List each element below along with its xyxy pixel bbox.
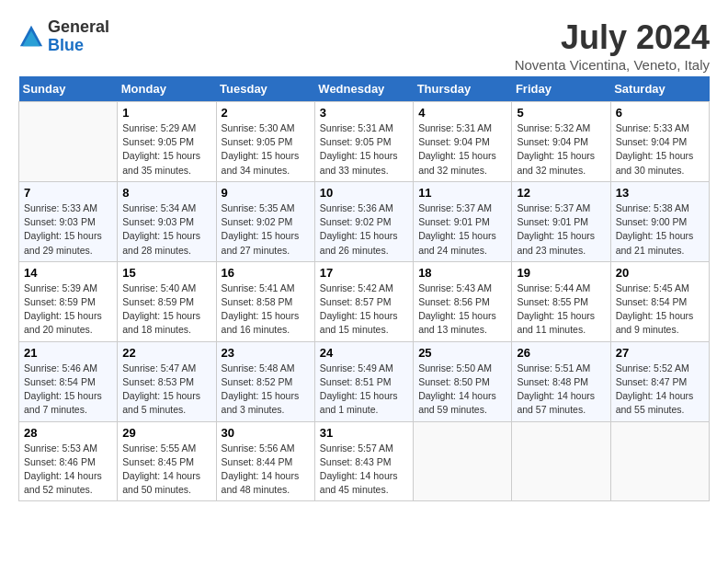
day-info: Sunrise: 5:42 AM Sunset: 8:57 PM Dayligh… bbox=[320, 282, 408, 338]
day-number: 22 bbox=[122, 346, 210, 360]
day-number: 2 bbox=[222, 106, 310, 120]
calendar-table: Sunday Monday Tuesday Wednesday Thursday… bbox=[18, 76, 710, 501]
day-info: Sunrise: 5:57 AM Sunset: 8:43 PM Dayligh… bbox=[320, 442, 408, 498]
day-number: 11 bbox=[418, 186, 506, 200]
day-info: Sunrise: 5:37 AM Sunset: 9:01 PM Dayligh… bbox=[418, 201, 506, 258]
page-header: General Blue July 2024 Noventa Vicentina… bbox=[18, 18, 710, 73]
day-info: Sunrise: 5:31 AM Sunset: 9:05 PM Dayligh… bbox=[320, 121, 408, 178]
week-row-1: 1Sunrise: 5:29 AM Sunset: 9:05 PM Daylig… bbox=[19, 102, 710, 182]
day-info: Sunrise: 5:49 AM Sunset: 8:51 PM Dayligh… bbox=[320, 362, 408, 418]
day-info: Sunrise: 5:31 AM Sunset: 9:04 PM Dayligh… bbox=[418, 121, 506, 178]
logo-text: General Blue bbox=[48, 18, 109, 55]
day-info: Sunrise: 5:33 AM Sunset: 9:03 PM Dayligh… bbox=[24, 201, 112, 258]
logo-icon bbox=[18, 24, 44, 50]
day-number: 4 bbox=[418, 106, 506, 120]
day-number: 23 bbox=[222, 346, 310, 360]
col-thursday: Thursday bbox=[414, 76, 512, 102]
logo: General Blue bbox=[18, 18, 109, 55]
day-info: Sunrise: 5:37 AM Sunset: 9:01 PM Dayligh… bbox=[517, 201, 605, 258]
month-year: July 2024 bbox=[515, 18, 710, 57]
day-info: Sunrise: 5:40 AM Sunset: 8:59 PM Dayligh… bbox=[122, 282, 210, 338]
day-cell bbox=[19, 102, 118, 182]
day-info: Sunrise: 5:56 AM Sunset: 8:44 PM Dayligh… bbox=[222, 442, 310, 498]
day-info: Sunrise: 5:30 AM Sunset: 9:05 PM Dayligh… bbox=[222, 121, 310, 178]
day-cell: 16Sunrise: 5:41 AM Sunset: 8:58 PM Dayli… bbox=[216, 261, 314, 341]
day-cell: 4Sunrise: 5:31 AM Sunset: 9:04 PM Daylig… bbox=[414, 102, 512, 182]
day-number: 26 bbox=[517, 346, 605, 360]
header-row: Sunday Monday Tuesday Wednesday Thursday… bbox=[19, 76, 710, 102]
day-info: Sunrise: 5:51 AM Sunset: 8:48 PM Dayligh… bbox=[517, 362, 605, 418]
day-cell: 19Sunrise: 5:44 AM Sunset: 8:55 PM Dayli… bbox=[512, 261, 610, 341]
day-cell bbox=[414, 421, 512, 501]
day-cell: 3Sunrise: 5:31 AM Sunset: 9:05 PM Daylig… bbox=[314, 102, 413, 182]
day-info: Sunrise: 5:47 AM Sunset: 8:53 PM Dayligh… bbox=[122, 362, 210, 418]
day-cell: 26Sunrise: 5:51 AM Sunset: 8:48 PM Dayli… bbox=[512, 341, 610, 421]
day-number: 30 bbox=[222, 426, 310, 440]
day-number: 27 bbox=[616, 346, 704, 360]
day-number: 25 bbox=[418, 346, 506, 360]
col-sunday: Sunday bbox=[19, 76, 118, 102]
day-number: 18 bbox=[418, 266, 506, 280]
day-number: 5 bbox=[517, 106, 605, 120]
day-cell: 27Sunrise: 5:52 AM Sunset: 8:47 PM Dayli… bbox=[610, 341, 709, 421]
day-cell: 9Sunrise: 5:35 AM Sunset: 9:02 PM Daylig… bbox=[216, 181, 314, 261]
day-number: 19 bbox=[517, 266, 605, 280]
day-cell: 7Sunrise: 5:33 AM Sunset: 9:03 PM Daylig… bbox=[19, 181, 118, 261]
day-number: 24 bbox=[320, 346, 408, 360]
day-cell: 28Sunrise: 5:53 AM Sunset: 8:46 PM Dayli… bbox=[19, 421, 118, 501]
day-number: 13 bbox=[616, 186, 704, 200]
day-info: Sunrise: 5:32 AM Sunset: 9:04 PM Dayligh… bbox=[517, 121, 605, 178]
week-row-4: 21Sunrise: 5:46 AM Sunset: 8:54 PM Dayli… bbox=[19, 341, 710, 421]
logo-general: General bbox=[48, 18, 109, 37]
day-info: Sunrise: 5:34 AM Sunset: 9:03 PM Dayligh… bbox=[122, 201, 210, 258]
day-cell: 23Sunrise: 5:48 AM Sunset: 8:52 PM Dayli… bbox=[216, 341, 314, 421]
day-number: 3 bbox=[320, 106, 408, 120]
day-info: Sunrise: 5:35 AM Sunset: 9:02 PM Dayligh… bbox=[222, 201, 310, 258]
logo-blue: Blue bbox=[48, 37, 109, 55]
day-info: Sunrise: 5:46 AM Sunset: 8:54 PM Dayligh… bbox=[24, 362, 112, 418]
day-info: Sunrise: 5:36 AM Sunset: 9:02 PM Dayligh… bbox=[320, 201, 408, 258]
day-info: Sunrise: 5:38 AM Sunset: 9:00 PM Dayligh… bbox=[616, 201, 704, 258]
col-saturday: Saturday bbox=[610, 76, 709, 102]
col-friday: Friday bbox=[512, 76, 610, 102]
day-cell: 2Sunrise: 5:30 AM Sunset: 9:05 PM Daylig… bbox=[216, 102, 314, 182]
day-number: 7 bbox=[24, 186, 112, 200]
day-cell: 11Sunrise: 5:37 AM Sunset: 9:01 PM Dayli… bbox=[414, 181, 512, 261]
day-info: Sunrise: 5:48 AM Sunset: 8:52 PM Dayligh… bbox=[222, 362, 310, 418]
day-cell bbox=[512, 421, 610, 501]
title-section: July 2024 Noventa Vicentina, Veneto, Ita… bbox=[515, 18, 710, 73]
location: Noventa Vicentina, Veneto, Italy bbox=[515, 57, 710, 73]
day-cell: 8Sunrise: 5:34 AM Sunset: 9:03 PM Daylig… bbox=[118, 181, 216, 261]
day-number: 15 bbox=[122, 266, 210, 280]
day-info: Sunrise: 5:41 AM Sunset: 8:58 PM Dayligh… bbox=[222, 282, 310, 338]
day-cell: 21Sunrise: 5:46 AM Sunset: 8:54 PM Dayli… bbox=[19, 341, 118, 421]
day-cell: 20Sunrise: 5:45 AM Sunset: 8:54 PM Dayli… bbox=[610, 261, 709, 341]
day-info: Sunrise: 5:50 AM Sunset: 8:50 PM Dayligh… bbox=[418, 362, 506, 418]
day-cell: 6Sunrise: 5:33 AM Sunset: 9:04 PM Daylig… bbox=[610, 102, 709, 182]
day-info: Sunrise: 5:39 AM Sunset: 8:59 PM Dayligh… bbox=[24, 282, 112, 338]
day-cell: 13Sunrise: 5:38 AM Sunset: 9:00 PM Dayli… bbox=[610, 181, 709, 261]
day-cell: 30Sunrise: 5:56 AM Sunset: 8:44 PM Dayli… bbox=[216, 421, 314, 501]
day-number: 1 bbox=[122, 106, 210, 120]
day-cell: 29Sunrise: 5:55 AM Sunset: 8:45 PM Dayli… bbox=[118, 421, 216, 501]
col-wednesday: Wednesday bbox=[314, 76, 413, 102]
day-cell: 24Sunrise: 5:49 AM Sunset: 8:51 PM Dayli… bbox=[314, 341, 413, 421]
day-info: Sunrise: 5:29 AM Sunset: 9:05 PM Dayligh… bbox=[122, 121, 210, 178]
day-info: Sunrise: 5:45 AM Sunset: 8:54 PM Dayligh… bbox=[616, 282, 704, 338]
week-row-5: 28Sunrise: 5:53 AM Sunset: 8:46 PM Dayli… bbox=[19, 421, 710, 501]
day-number: 31 bbox=[320, 426, 408, 440]
day-number: 14 bbox=[24, 266, 112, 280]
day-cell: 14Sunrise: 5:39 AM Sunset: 8:59 PM Dayli… bbox=[19, 261, 118, 341]
day-number: 17 bbox=[320, 266, 408, 280]
day-number: 10 bbox=[320, 186, 408, 200]
week-row-3: 14Sunrise: 5:39 AM Sunset: 8:59 PM Dayli… bbox=[19, 261, 710, 341]
day-cell: 12Sunrise: 5:37 AM Sunset: 9:01 PM Dayli… bbox=[512, 181, 610, 261]
day-info: Sunrise: 5:53 AM Sunset: 8:46 PM Dayligh… bbox=[24, 442, 112, 498]
day-cell: 17Sunrise: 5:42 AM Sunset: 8:57 PM Dayli… bbox=[314, 261, 413, 341]
day-info: Sunrise: 5:43 AM Sunset: 8:56 PM Dayligh… bbox=[418, 282, 506, 338]
day-number: 6 bbox=[616, 106, 704, 120]
day-number: 21 bbox=[24, 346, 112, 360]
day-cell: 5Sunrise: 5:32 AM Sunset: 9:04 PM Daylig… bbox=[512, 102, 610, 182]
week-row-2: 7Sunrise: 5:33 AM Sunset: 9:03 PM Daylig… bbox=[19, 181, 710, 261]
day-cell: 10Sunrise: 5:36 AM Sunset: 9:02 PM Dayli… bbox=[314, 181, 413, 261]
